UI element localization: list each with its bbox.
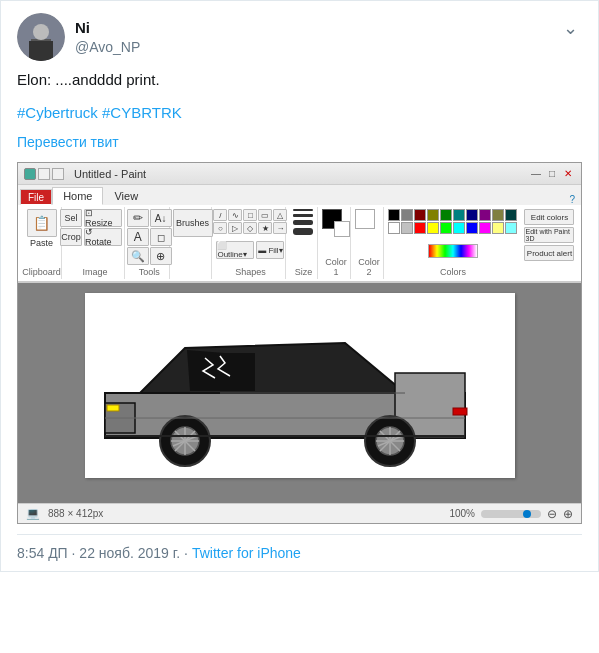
select-button[interactable]: Sel [60,209,82,227]
swatch-darkteal[interactable] [505,209,517,221]
cybertruck-drawing [85,293,505,468]
help-icon[interactable]: ? [149,194,579,205]
ribbon-section-shapes: / ∿ □ ▭ △ ○ ▷ ◇ ★ → ⬜ Outline▾ ▬ Fi [216,207,286,279]
tab-file[interactable]: File [20,189,52,205]
paint-app-icon [24,168,36,180]
close-button[interactable]: ✕ [561,167,575,181]
swatch-yellow[interactable] [427,222,439,234]
tab-view[interactable]: View [103,187,149,205]
clipboard-label: Clipboard [22,267,61,277]
svg-point-3 [33,24,49,40]
product-alert-button[interactable]: Product alert [524,245,574,261]
color1-label: Color1 [325,257,347,277]
tweet-text: Elon: ....andddd print. [17,69,582,92]
shape-diam[interactable]: ◇ [243,222,257,234]
magnify-button[interactable]: ⊕ [150,247,172,265]
paint-icon-group [24,168,64,180]
save-icon[interactable] [38,168,50,180]
eraser-button[interactable]: ◻ [150,228,172,246]
color2-swatch2[interactable] [355,209,375,229]
zoom-in-icon[interactable]: ⊕ [563,507,573,521]
translate-link[interactable]: Перевести твит [17,134,582,150]
edit-colors-button[interactable]: Edit colors [524,209,574,225]
tab-home[interactable]: Home [52,187,103,205]
pencil-button[interactable]: ✏ [127,209,149,227]
user-info: Ni @Avo_NP [75,18,140,56]
resize-button[interactable]: ⊡ Resize [84,209,122,227]
tweet-header: Ni @Avo_NP ⌄ [17,13,582,61]
paint-canvas [85,293,515,478]
swatch-lime[interactable] [440,222,452,234]
swatch-green[interactable] [440,209,452,221]
paint-ribbon-body: 📋 Paste Clipboard Sel Crop ⊡ Resi [18,205,581,282]
swatch-olive[interactable] [427,209,439,221]
shape-rect[interactable]: □ [243,209,257,221]
fill-button[interactable]: A↓ [150,209,172,227]
swatch-white[interactable] [388,222,400,234]
tweet-header-left: Ni @Avo_NP [17,13,140,61]
swatch-teal[interactable] [453,209,465,221]
crop-button[interactable]: Crop [60,228,82,246]
statusbar-icon: 💻 [26,507,40,520]
win-controls: — □ ✕ [529,167,575,181]
swatch-olive2[interactable] [492,209,504,221]
user-name: Ni [75,18,140,38]
shape-line[interactable]: / [213,209,227,221]
minimize-button[interactable]: — [529,167,543,181]
outline-dropdown[interactable]: ⬜ Outline▾ [216,241,254,259]
shape-poly[interactable]: △ [273,209,287,221]
shape-ellipse[interactable]: ○ [213,222,227,234]
swatch-purple[interactable] [479,209,491,221]
shape-rect2[interactable]: ▭ [258,209,272,221]
maximize-button[interactable]: □ [545,167,559,181]
undo-icon[interactable] [52,168,64,180]
tweet-footer: 8:54 ДП · 22 нояб. 2019 г. · Twitter for… [17,534,582,571]
ribbon-section-size: Size [290,207,318,279]
tweet-container: Ni @Avo_NP ⌄ Elon: ....andddd print. #Cy… [0,0,599,572]
fill-dropdown[interactable]: ▬ Fill▾ [256,241,284,259]
tools-label: Tools [139,267,160,277]
swatch-blue[interactable] [466,222,478,234]
zoom-out-icon[interactable]: ⊖ [547,507,557,521]
zoom-slider[interactable] [481,510,541,518]
svg-marker-6 [140,343,405,393]
swatch-navy[interactable] [466,209,478,221]
zoom-level: 100% [449,508,475,519]
chevron-down-icon[interactable]: ⌄ [559,13,582,43]
ribbon-section-color1: Color1 [322,207,351,279]
shape-curve[interactable]: ∿ [228,209,242,221]
colors-label: Colors [440,267,466,277]
ribbon-section-tools: ✏ A↓ A ◻ 🔍 ⊕ Tools [129,207,170,279]
hashtag-cybrtrk[interactable]: #CYBRTRK [102,104,182,121]
swatch-silver[interactable] [401,222,413,234]
shape-tri[interactable]: ▷ [228,222,242,234]
color2-swatch[interactable] [334,221,350,237]
statusbar-dimensions: 888 × 412px [48,508,103,519]
user-handle: @Avo_NP [75,38,140,56]
swatch-lightyellow[interactable] [492,222,504,234]
paint-tabs: File Home View ? [18,185,581,205]
brushes-button[interactable]: Brushes [173,209,213,237]
paint-window: Untitled - Paint — □ ✕ File Home View ? [17,162,582,524]
swatch-cyan[interactable] [453,222,465,234]
paste-button[interactable]: 📋 [27,209,57,237]
shape-arrow[interactable]: → [273,222,287,234]
ribbon-section-brushes: Brushes [174,207,212,279]
swatch-magenta[interactable] [479,222,491,234]
swatch-lightcyan[interactable] [505,222,517,234]
swatch-darkred[interactable] [414,209,426,221]
swatch-black[interactable] [388,209,400,221]
tweet-source[interactable]: Twitter for iPhone [192,545,301,561]
svg-rect-11 [453,408,467,415]
svg-rect-10 [107,405,119,411]
eyedropper-button[interactable]: 🔍 [127,247,149,265]
shape-star[interactable]: ★ [258,222,272,234]
zoom-thumb [523,510,531,518]
hashtag-cybertruck[interactable]: #Cybertruck [17,104,98,121]
paint-title: Untitled - Paint [70,168,523,180]
swatch-red[interactable] [414,222,426,234]
edit-paint3d-button[interactable]: Edit with Paint 3D [524,227,574,243]
text-button[interactable]: A [127,228,149,246]
swatch-gray[interactable] [401,209,413,221]
rotate-button[interactable]: ↺ Rotate [84,228,122,246]
